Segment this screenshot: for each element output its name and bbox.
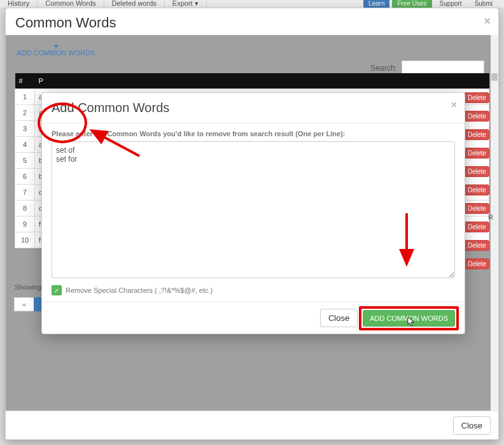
outer-close-button[interactable]: Close (453, 416, 491, 435)
remove-special-chars-row[interactable]: ✓ Remove Special Characters ( ,?!&*%$@#,… (52, 285, 455, 295)
inner-modal-footer: Close ADD COMMON WORDS (42, 302, 465, 334)
outer-modal-body: + ADD COMMON WORDS Search: # P 1a (6, 35, 498, 411)
cursor-icon (407, 316, 416, 328)
outer-modal-header: Common Words × (6, 8, 498, 37)
inner-modal-header: Add Common Words × (42, 93, 465, 124)
app-bg: History Common Words Deleted words Expor… (0, 0, 504, 445)
inner-modal-close-icon[interactable]: × (451, 99, 457, 111)
inner-modal-body: Please enter the Common Words you'd like… (42, 124, 465, 302)
inner-close-button[interactable]: Close (320, 309, 358, 327)
checkbox-checked-icon[interactable]: ✓ (52, 285, 62, 295)
outer-modal: Common Words × + ADD COMMON WORDS Search… (5, 8, 499, 440)
add-common-words-modal: Add Common Words × Please enter the Comm… (41, 92, 465, 334)
textarea-label: Please enter the Common Words you'd like… (52, 130, 455, 138)
checkbox-label: Remove Special Characters ( ,?!&*%$@#, e… (66, 286, 213, 294)
outer-modal-footer: Close (6, 411, 498, 439)
outer-modal-close-icon[interactable]: × (484, 15, 491, 28)
inner-modal-title: Add Common Words (52, 101, 455, 115)
common-words-textarea[interactable] (52, 141, 455, 278)
outer-modal-title: Common Words (15, 15, 489, 31)
